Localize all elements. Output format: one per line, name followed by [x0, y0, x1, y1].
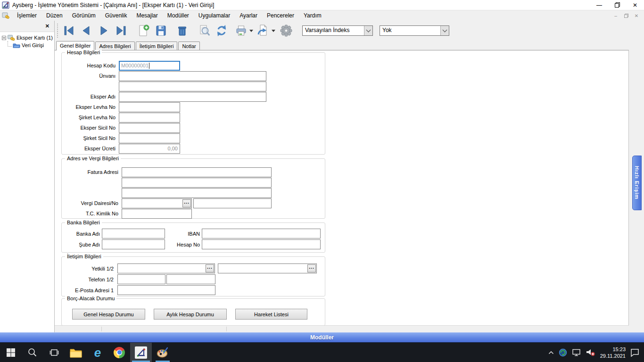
- unvani-input-2[interactable]: [119, 82, 266, 91]
- fatura-adresi-input-2[interactable]: [122, 178, 272, 188]
- save-button[interactable]: [153, 23, 169, 39]
- sube-adi-input[interactable]: [102, 239, 165, 249]
- export-button[interactable]: [256, 23, 270, 39]
- taskbar-clock[interactable]: 15:23 29.11.2021: [600, 346, 626, 359]
- group-borc-alacak: Borç-Alacak Durumu Genel Hesap Durumu Ay…: [61, 298, 325, 326]
- volume-muted-icon[interactable]: [586, 348, 595, 356]
- export-dropdown-arrow[interactable]: [272, 30, 275, 32]
- tab-iletisim-bilgileri[interactable]: İletişim Bilgileri: [136, 41, 178, 50]
- telefon-1-input[interactable]: [117, 274, 165, 284]
- vergi-no-input[interactable]: [193, 198, 272, 208]
- tc-kimlik-input[interactable]: [122, 209, 192, 219]
- internet-explorer-icon: e: [94, 346, 101, 359]
- vergi-dairesi-input[interactable]: ...: [122, 198, 192, 208]
- menu-duzen[interactable]: Düzen: [41, 11, 67, 20]
- action-center-button[interactable]: [630, 348, 639, 357]
- unvani-input-1[interactable]: [119, 71, 266, 81]
- aylik-hesap-durumu-button[interactable]: Aylık Hesap Durumu: [154, 309, 227, 320]
- delete-button[interactable]: [174, 23, 190, 39]
- tree-collapse-icon[interactable]: [2, 36, 6, 40]
- start-button[interactable]: [0, 343, 22, 362]
- fatura-adresi-input-3[interactable]: [122, 188, 272, 198]
- paint-button[interactable]: [152, 343, 173, 362]
- print-dropdown-arrow[interactable]: [249, 30, 253, 32]
- hesap-kodu-label: Hesap Kodu: [62, 63, 117, 68]
- veri-girisi-icon: [13, 42, 20, 49]
- first-record-button[interactable]: [61, 23, 77, 39]
- gear-icon: [280, 24, 293, 37]
- task-view-icon: [49, 348, 59, 357]
- menu-moduller[interactable]: Modüller: [163, 11, 194, 20]
- yetkili-1-lookup-button[interactable]: ...: [206, 264, 214, 272]
- vergi-dairesi-lookup-button[interactable]: ...: [182, 199, 191, 207]
- sirket-levha-no-input[interactable]: [119, 113, 180, 123]
- toolbar-grip[interactable]: [57, 24, 59, 38]
- menu-ayarlar[interactable]: Ayarlar: [235, 11, 262, 20]
- iban-input[interactable]: [202, 229, 321, 239]
- taskbar-search-button[interactable]: [22, 343, 43, 362]
- menu-yardim[interactable]: Yardım: [299, 11, 326, 20]
- antivirus-tray-icon[interactable]: [559, 348, 567, 357]
- task-view-button[interactable]: [43, 343, 65, 362]
- eksper-ucreti-input[interactable]: 0,00: [119, 144, 180, 154]
- moduller-bar[interactable]: Modüller: [0, 332, 644, 343]
- settings-button[interactable]: [278, 23, 294, 39]
- menu-mesajlar[interactable]: Mesajlar: [132, 11, 162, 20]
- restore-button[interactable]: [608, 0, 626, 10]
- menu-uygulamalar[interactable]: Uygulamalar: [194, 11, 235, 20]
- preview-button[interactable]: [196, 23, 212, 39]
- hizli-erisim-tab[interactable]: Hızlı Erişim: [632, 156, 642, 210]
- view-select[interactable]: Yok: [380, 25, 449, 36]
- menu-gorunum[interactable]: Görünüm: [67, 11, 100, 20]
- hareket-listesi-button[interactable]: Hareket Listesi: [235, 309, 307, 320]
- tree-root-eksper-karti[interactable]: Eksper Kartı (1): [1, 34, 53, 41]
- tab-adres-bilgileri[interactable]: Adres Bilgileri: [95, 41, 134, 50]
- menu-pencereler[interactable]: Pencereler: [262, 11, 299, 20]
- tree-item-veri-girisi[interactable]: Veri Girişi: [8, 41, 53, 49]
- tray-expand-button[interactable]: [548, 351, 554, 354]
- delete-icon: [176, 25, 189, 37]
- eksper-sicil-no-input[interactable]: [119, 123, 180, 133]
- tab-genel-bilgiler[interactable]: Genel Bilgiler: [56, 41, 94, 50]
- yetkili-1-input[interactable]: ...: [117, 263, 215, 273]
- menu-guvenlik[interactable]: Güvenlik: [100, 11, 132, 20]
- moduller-bar-label: Modüller: [310, 334, 334, 341]
- default-index-select[interactable]: Varsayılan İndeks: [302, 25, 373, 36]
- network-tray-icon[interactable]: [572, 349, 581, 356]
- view-select-dropdown-button[interactable]: [440, 26, 449, 35]
- hesap-no-input[interactable]: [202, 239, 321, 249]
- banka-adi-input[interactable]: [102, 229, 165, 239]
- sirket-sicil-no-input[interactable]: [119, 133, 180, 143]
- file-explorer-button[interactable]: [65, 343, 87, 362]
- eposta-input[interactable]: [117, 285, 215, 295]
- tab-notlar[interactable]: Notlar: [178, 41, 199, 50]
- chrome-button[interactable]: [108, 343, 130, 362]
- new-record-button[interactable]: [135, 23, 151, 39]
- previous-record-button[interactable]: [78, 23, 94, 39]
- fatura-adresi-input-1[interactable]: [122, 167, 272, 177]
- mdi-close-button[interactable]: ✕: [633, 12, 640, 19]
- group-hesap-bilgileri: Hesap Bilgileri Hesap Kodu M00000001 Ünv…: [61, 52, 325, 155]
- panel-close-button[interactable]: ✕: [45, 23, 50, 29]
- default-index-dropdown-button[interactable]: [364, 26, 372, 35]
- action-center-icon: [630, 348, 639, 357]
- telefon-2-input[interactable]: [166, 274, 215, 284]
- hesap-kodu-input[interactable]: M00000001: [119, 61, 180, 71]
- yetkili-2-input[interactable]: ...: [218, 263, 317, 273]
- genel-hesap-durumu-button[interactable]: Genel Hesap Durumu: [72, 309, 145, 320]
- internet-explorer-button[interactable]: e: [87, 343, 108, 362]
- yetkili-2-lookup-button[interactable]: ...: [307, 264, 316, 272]
- print-button[interactable]: [235, 23, 248, 39]
- mdi-minimize-button[interactable]: –: [612, 12, 619, 19]
- close-button[interactable]: ✕: [626, 0, 644, 10]
- menu-islemler[interactable]: İşlemler: [12, 11, 41, 20]
- last-record-icon: [115, 25, 127, 37]
- minimize-button[interactable]: —: [590, 0, 608, 10]
- aysberg-app-button[interactable]: [130, 343, 152, 362]
- eksper-adi-input[interactable]: [119, 92, 266, 102]
- next-record-button[interactable]: [96, 23, 112, 39]
- refresh-button[interactable]: [214, 23, 230, 39]
- last-record-button[interactable]: [113, 23, 129, 39]
- eksper-levha-no-input[interactable]: [119, 102, 180, 112]
- mdi-restore-button[interactable]: [622, 12, 630, 19]
